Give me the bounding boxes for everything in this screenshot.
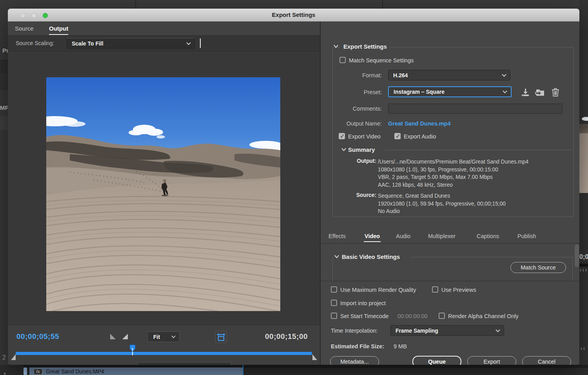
bg-monitor-dune: [579, 124, 588, 134]
tab-audio[interactable]: Audio: [396, 233, 410, 239]
basic-video-settings-title: Basic Video Settings: [342, 253, 400, 260]
chevron-down-icon: [503, 90, 507, 93]
tab-source[interactable]: Source: [15, 25, 34, 32]
tab-video[interactable]: Video: [365, 233, 380, 239]
scrub-bar[interactable]: [16, 352, 312, 355]
set-out-point-icon[interactable]: [122, 333, 129, 340]
source-scaling-row: Source Scaling: Scale To Fill: [8, 36, 320, 51]
preview-pane: Source Output Source Scaling: Scale To F…: [8, 22, 320, 365]
preview-area: [8, 51, 320, 325]
render-alpha-label[interactable]: Render Alpha Channel Only: [448, 313, 519, 319]
zoom-level-value: Fit: [153, 334, 160, 340]
import-preset-icon[interactable]: [535, 87, 545, 97]
basic-video-rule: [411, 257, 572, 257]
save-preset-icon[interactable]: [521, 87, 530, 97]
start-timecode-value[interactable]: 00:00:00:00: [397, 313, 428, 319]
summary-line: 1920x1080 (1.0), 59.94 fps, Progressive,…: [378, 200, 571, 208]
zoom-level-select[interactable]: Fit: [147, 331, 180, 342]
match-source-button[interactable]: Match Source: [510, 262, 566, 273]
settings-tab-bar: Effects Video Audio Multiplexer Captions…: [321, 231, 579, 244]
estimated-size-value: 9 MB: [394, 343, 407, 350]
bg-monitor-cloud: [582, 117, 588, 121]
delete-preset-icon[interactable]: [551, 87, 560, 97]
export-video-checkbox[interactable]: [339, 133, 345, 139]
bg-monitor-sky: [579, 89, 588, 127]
export-video-label[interactable]: Export Video: [348, 133, 381, 140]
bg-project-panel: Pr MP: [0, 0, 8, 375]
source-range-label: Source Range:: [88, 364, 126, 365]
bg-track2-label: 2: [2, 354, 6, 361]
tab-captions[interactable]: Captions: [477, 233, 499, 239]
tab-output[interactable]: Output: [49, 25, 68, 32]
time-interpolation-select[interactable]: Frame Sampling: [390, 325, 504, 336]
chevron-down-icon: [186, 42, 191, 45]
text-cursor: [200, 38, 201, 48]
summary-source-lines: Sequence, Great Sand Dunes 1920x1080 (1.…: [378, 192, 571, 215]
render-alpha-checkbox[interactable]: [439, 313, 445, 319]
bg-clip-edge: [24, 368, 27, 375]
bg-panel-divider: [135, 0, 136, 9]
format-label: Format:: [343, 72, 382, 78]
tab-publish[interactable]: Publish: [517, 233, 536, 239]
summary-source-label: Source:: [352, 192, 376, 198]
import-into-project-checkbox[interactable]: [331, 300, 337, 306]
match-sequence-checkbox[interactable]: [339, 57, 346, 63]
collapse-summary-icon[interactable]: [341, 147, 347, 151]
video-preview-frame[interactable]: [46, 77, 280, 311]
playhead-marker[interactable]: [129, 344, 136, 352]
output-name-label: Output Name:: [343, 120, 382, 127]
export-settings-dialog: Export Settings Source Output Source Sca…: [8, 9, 579, 365]
export-audio-checkbox[interactable]: [394, 133, 401, 139]
bg-clip-name: Great Sand Dunes.MP4: [46, 368, 104, 375]
crop-icon[interactable]: [215, 331, 227, 343]
cancel-button[interactable]: Cancel: [522, 356, 571, 365]
screen: Pr MP 0;0 fx Great Sand Dunes.MP4 2 1: [0, 0, 588, 375]
source-scaling-select[interactable]: Scale To Fill: [67, 38, 195, 49]
set-start-timecode-checkbox[interactable]: [331, 313, 337, 319]
bg-ruler-ticks: [581, 348, 584, 350]
use-previews-label[interactable]: Use Previews: [441, 287, 476, 293]
format-select[interactable]: H.264: [388, 70, 510, 80]
preview-tab-bar: Source Output: [8, 22, 320, 36]
use-previews-checkbox[interactable]: [432, 286, 438, 293]
queue-button[interactable]: Queue: [412, 356, 461, 365]
import-into-project-label[interactable]: Import into project: [340, 300, 386, 306]
export-button[interactable]: Export: [467, 356, 516, 365]
summary-line: /Users/...ne/Documents/Premium Beat/Grea…: [378, 158, 571, 166]
comments-label: Comments:: [343, 106, 382, 112]
source-range-select[interactable]: Sequence In/Out: [137, 362, 231, 365]
bg-monitor-image: [579, 89, 588, 193]
estimated-size-label: Estimated File Size:: [331, 343, 384, 350]
bg-timeline-clip: fx Great Sand Dunes.MP4: [29, 368, 243, 375]
time-interpolation-value: Frame Sampling: [396, 328, 438, 334]
output-name-link[interactable]: Great Sand Dunes.mp4: [388, 120, 451, 127]
summary-line: 1080x1080 (1.0), 30 fps, Progressive, 00…: [378, 166, 571, 174]
match-sequence-label[interactable]: Match Sequence Settings: [349, 57, 414, 64]
range-end-handle[interactable]: [312, 354, 318, 360]
preset-value: Instagram – Square: [394, 89, 445, 95]
preset-select[interactable]: Instagram – Square: [388, 86, 512, 97]
export-settings-title: Export Settings: [340, 43, 390, 50]
set-in-point-icon[interactable]: [109, 333, 116, 340]
range-start-handle[interactable]: [11, 354, 16, 360]
collapse-basic-video-icon[interactable]: [334, 255, 339, 258]
export-audio-label[interactable]: Export Audio: [404, 133, 436, 140]
metadata-button[interactable]: Metadata...: [330, 356, 379, 365]
tab-effects[interactable]: Effects: [328, 233, 346, 239]
time-interpolation-label: Time Interpolation:: [331, 328, 378, 334]
collapse-export-settings-icon[interactable]: [333, 44, 339, 48]
use-max-render-checkbox[interactable]: [331, 286, 337, 293]
comments-input[interactable]: [388, 104, 563, 114]
fx-badge: fx: [34, 369, 42, 375]
use-max-render-label[interactable]: Use Maximum Render Quality: [340, 287, 416, 293]
bg-program-monitor: [579, 0, 588, 375]
summary-line: Sequence, Great Sand Dunes: [378, 192, 571, 200]
dialog-titlebar[interactable]: Export Settings: [8, 9, 579, 22]
scrollbar[interactable]: [575, 244, 579, 267]
bg-row: [0, 60, 8, 73]
current-timecode[interactable]: 00;00;05;55: [16, 332, 59, 341]
summary-line: No Audio: [378, 208, 571, 215]
tab-multiplexer[interactable]: Multiplexer: [428, 233, 456, 239]
summary-rule: [385, 150, 571, 150]
set-start-timecode-label[interactable]: Set Start Timecode: [340, 313, 388, 319]
